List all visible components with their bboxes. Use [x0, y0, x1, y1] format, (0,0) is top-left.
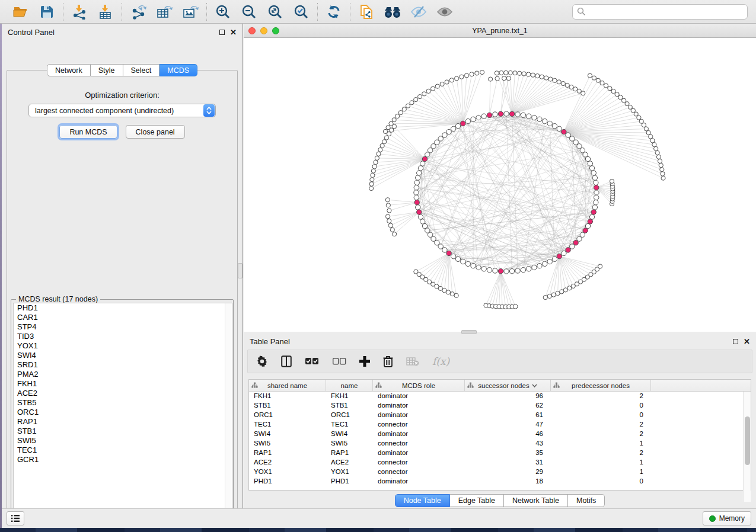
- graph-node[interactable]: [446, 290, 450, 294]
- graph-node[interactable]: [543, 261, 547, 266]
- graph-node[interactable]: [658, 159, 662, 163]
- tab-mcds[interactable]: MCDS: [160, 64, 197, 76]
- graph-node[interactable]: [414, 185, 419, 190]
- graph-node[interactable]: [588, 73, 592, 78]
- zoom-fit-button[interactable]: [266, 4, 284, 20]
- graph-node[interactable]: [649, 134, 653, 139]
- graph-node[interactable]: [426, 89, 430, 93]
- graph-node[interactable]: [661, 172, 665, 176]
- graph-node[interactable]: [570, 244, 575, 249]
- graph-node[interactable]: [660, 168, 664, 172]
- graph-node[interactable]: [499, 70, 503, 75]
- graph-node[interactable]: [410, 101, 414, 105]
- graph-node[interactable]: [655, 150, 659, 155]
- result-node-item[interactable]: TID3: [14, 332, 232, 341]
- graph-node[interactable]: [481, 267, 486, 271]
- graph-node[interactable]: [515, 112, 520, 117]
- graph-node[interactable]: [594, 200, 598, 204]
- result-node-item[interactable]: TEC1: [14, 446, 232, 455]
- search-network-button[interactable]: [384, 4, 401, 20]
- result-node-item[interactable]: GCR1: [14, 455, 232, 464]
- graph-node[interactable]: [476, 115, 481, 120]
- graph-node[interactable]: [585, 156, 590, 161]
- table-row[interactable]: ORC1ORC1dominator610: [249, 411, 751, 420]
- graph-node[interactable]: [652, 142, 656, 146]
- graph-node[interactable]: [455, 257, 460, 261]
- graph-node[interactable]: [611, 89, 615, 94]
- result-node-item[interactable]: SWI4: [14, 351, 232, 360]
- graph-node[interactable]: [531, 73, 535, 77]
- graph-dominator-node[interactable]: [573, 241, 578, 245]
- graph-node[interactable]: [442, 133, 447, 137]
- graph-node[interactable]: [449, 78, 454, 82]
- result-node-item[interactable]: RAP1: [14, 417, 232, 427]
- graph-node[interactable]: [418, 214, 423, 219]
- graph-node[interactable]: [476, 265, 481, 270]
- graph-node[interactable]: [387, 132, 391, 136]
- save-session-button[interactable]: [38, 4, 56, 20]
- graph-node[interactable]: [625, 102, 629, 106]
- graph-node[interactable]: [504, 70, 508, 75]
- graph-node[interactable]: [377, 152, 381, 156]
- graph-node[interactable]: [552, 257, 557, 261]
- graph-node[interactable]: [557, 80, 561, 84]
- graph-node[interactable]: [374, 160, 378, 164]
- network-search-box[interactable]: [572, 4, 748, 20]
- result-node-item[interactable]: PHD1: [14, 303, 232, 313]
- graph-node[interactable]: [543, 118, 547, 123]
- graph-node[interactable]: [451, 126, 455, 131]
- result-node-item[interactable]: CAR1: [14, 313, 232, 322]
- memory-button[interactable]: Memory: [703, 511, 751, 525]
- graph-node[interactable]: [562, 251, 566, 255]
- graph-node[interactable]: [442, 248, 447, 252]
- result-node-item[interactable]: ORC1: [14, 408, 232, 417]
- graph-node[interactable]: [618, 95, 623, 100]
- result-node-item[interactable]: STB5: [14, 398, 232, 408]
- graph-node[interactable]: [650, 139, 655, 143]
- graph-node[interactable]: [372, 165, 377, 169]
- vertical-splitter-handle[interactable]: [238, 263, 243, 278]
- graph-node[interactable]: [369, 182, 374, 186]
- graph-node[interactable]: [502, 76, 506, 81]
- graph-node[interactable]: [644, 127, 648, 131]
- graph-node[interactable]: [589, 166, 594, 171]
- graph-node[interactable]: [656, 155, 661, 159]
- graph-dominator-node[interactable]: [498, 269, 503, 274]
- column-header-shared-name[interactable]: shared name: [249, 380, 326, 391]
- graph-node[interactable]: [600, 81, 604, 85]
- graph-node[interactable]: [422, 223, 427, 228]
- graph-node[interactable]: [393, 232, 397, 236]
- graph-node[interactable]: [537, 263, 542, 268]
- graph-node[interactable]: [464, 73, 468, 78]
- graph-node[interactable]: [527, 267, 531, 271]
- graph-node[interactable]: [470, 72, 474, 76]
- graph-node[interactable]: [465, 261, 470, 266]
- graph-node[interactable]: [493, 268, 497, 273]
- graph-node[interactable]: [450, 292, 454, 296]
- select-all-rows-button[interactable]: [305, 357, 319, 366]
- result-node-item[interactable]: STB1: [14, 427, 232, 436]
- graph-node[interactable]: [532, 265, 537, 270]
- graph-dominator-node[interactable]: [422, 156, 427, 161]
- hide-selected-button[interactable]: [410, 4, 428, 20]
- graph-node[interactable]: [461, 259, 465, 264]
- graph-dominator-node[interactable]: [414, 200, 419, 204]
- graph-node[interactable]: [637, 116, 641, 120]
- graph-node[interactable]: [592, 205, 597, 210]
- graph-dominator-node[interactable]: [461, 121, 465, 126]
- result-node-item[interactable]: ACE2: [14, 389, 232, 398]
- table-row[interactable]: RAP1RAP1dominator352: [249, 448, 751, 458]
- graph-node[interactable]: [471, 117, 476, 121]
- network-graph-canvas[interactable]: [244, 38, 756, 332]
- graph-node[interactable]: [438, 136, 443, 141]
- graph-dominator-node[interactable]: [591, 210, 596, 214]
- graph-node[interactable]: [642, 123, 646, 127]
- zoom-in-button[interactable]: [214, 4, 232, 20]
- graph-node[interactable]: [392, 118, 396, 122]
- graph-node[interactable]: [610, 179, 614, 183]
- table-row[interactable]: PHD1PHD1dominator180: [249, 477, 751, 486]
- graph-node[interactable]: [418, 95, 422, 99]
- graph-node[interactable]: [553, 78, 557, 82]
- export-image-button[interactable]: [181, 4, 199, 20]
- graph-node[interactable]: [628, 105, 632, 109]
